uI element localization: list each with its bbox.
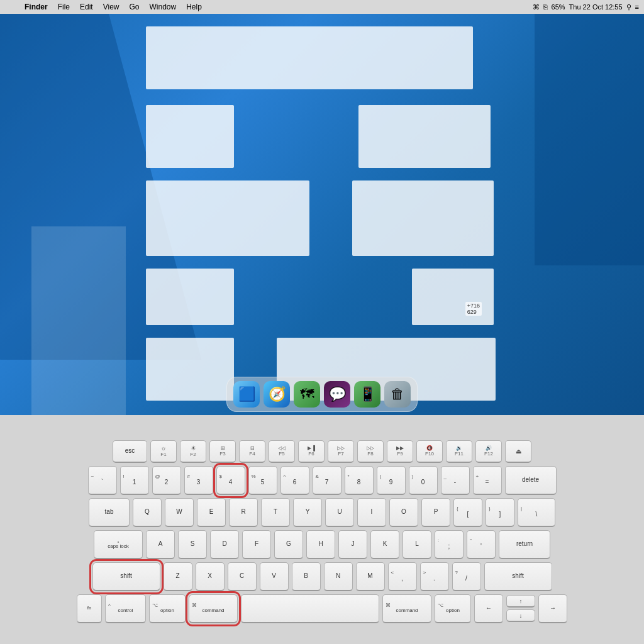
key-y[interactable]: Y <box>293 498 322 527</box>
menu-help[interactable]: Help <box>182 1 206 13</box>
key-k[interactable]: K <box>370 530 399 559</box>
menu-window[interactable]: Window <box>145 1 181 13</box>
key-x[interactable]: X <box>196 562 225 591</box>
key-backslash[interactable]: |\ <box>518 498 555 527</box>
key-shift-left[interactable]: shift <box>92 562 160 591</box>
dock-trash[interactable]: 🗑 <box>384 381 411 408</box>
key-o[interactable]: O <box>389 498 418 527</box>
key-7[interactable]: &7 <box>313 466 341 495</box>
key-f9[interactable]: ▶▶F9 <box>387 440 413 463</box>
key-i[interactable]: I <box>357 498 386 527</box>
dock-safari[interactable]: 🧭 <box>264 381 290 408</box>
dock-maps[interactable]: 🗺 <box>294 381 320 408</box>
key-f3[interactable]: ⊞F3 <box>209 440 236 463</box>
key-slash[interactable]: ?/ <box>452 562 481 591</box>
key-1[interactable]: !1 <box>120 466 149 495</box>
key-z[interactable]: Z <box>164 562 192 591</box>
key-u[interactable]: U <box>325 498 354 527</box>
key-q[interactable]: Q <box>133 498 162 527</box>
key-m[interactable]: M <box>356 562 385 591</box>
key-f4[interactable]: ⊟F4 <box>239 440 265 463</box>
number-key-row: ~` !1 @2 #3 $4 %5 ^6 &7 *8 (9 )0 <box>88 466 557 495</box>
key-f8[interactable]: ▷▷F8 <box>357 440 384 463</box>
key-d[interactable]: D <box>210 530 239 559</box>
key-a[interactable]: A <box>146 530 175 559</box>
key-semicolon[interactable]: :; <box>435 530 464 559</box>
key-arrow-left[interactable]: ← <box>474 594 503 623</box>
dock: 🟦 🧭 🗺 💬 📱 🗑 <box>226 377 418 412</box>
key-arrow-down[interactable]: ↓ <box>506 609 535 622</box>
key-5[interactable]: %5 <box>248 466 277 495</box>
menu-file[interactable]: File <box>53 1 74 13</box>
key-j[interactable]: J <box>338 530 367 559</box>
key-f2[interactable]: ☀F2 <box>180 440 206 463</box>
key-9[interactable]: (9 <box>377 466 406 495</box>
search-icon[interactable]: ⚲ <box>626 3 631 11</box>
key-2[interactable]: @2 <box>152 466 181 495</box>
bluetooth-icon[interactable]: ⎘ <box>543 3 548 11</box>
key-command-left[interactable]: ⌘ command <box>189 594 238 623</box>
key-f10[interactable]: 🔇F10 <box>416 440 443 463</box>
key-c[interactable]: C <box>228 562 257 591</box>
key-eject[interactable]: ⏏ <box>505 440 531 463</box>
key-control-left[interactable]: ^ control <box>105 594 146 623</box>
wifi-icon[interactable]: ⌘ <box>533 3 540 11</box>
key-r[interactable]: R <box>229 498 258 527</box>
key-period[interactable]: >. <box>420 562 449 591</box>
key-f12[interactable]: 🔊F12 <box>475 440 502 463</box>
key-l[interactable]: L <box>402 530 431 559</box>
key-command-right[interactable]: ⌘ command <box>382 594 431 623</box>
app-name[interactable]: Finder <box>20 1 52 13</box>
key-minus[interactable]: _- <box>441 466 470 495</box>
key-8[interactable]: *8 <box>345 466 374 495</box>
apple-menu[interactable] <box>5 6 14 8</box>
key-0[interactable]: )0 <box>409 466 438 495</box>
key-b[interactable]: B <box>292 562 321 591</box>
menu-view[interactable]: View <box>99 1 124 13</box>
key-w[interactable]: W <box>165 498 194 527</box>
key-backtick[interactable]: ~` <box>88 466 117 495</box>
dock-phone[interactable]: 📱 <box>354 381 380 408</box>
menu-edit[interactable]: Edit <box>75 1 97 13</box>
key-n[interactable]: N <box>324 562 353 591</box>
key-6[interactable]: ^6 <box>280 466 309 495</box>
key-f6[interactable]: ▶▐F6 <box>298 440 325 463</box>
key-f11[interactable]: 🔉F11 <box>446 440 472 463</box>
dock-slack[interactable]: 💬 <box>324 381 350 408</box>
key-bracket-l[interactable]: {[ <box>453 498 482 527</box>
key-f7[interactable]: ▷▷F7 <box>328 440 354 463</box>
key-h[interactable]: H <box>306 530 335 559</box>
key-arrow-right[interactable]: → <box>538 594 567 623</box>
key-shift-right[interactable]: shift <box>484 562 552 591</box>
key-arrow-up[interactable]: ↑ <box>506 595 535 608</box>
control-center-icon[interactable]: ≡ <box>635 3 639 11</box>
key-s[interactable]: S <box>178 530 207 559</box>
key-g[interactable]: G <box>274 530 303 559</box>
key-delete[interactable]: delete <box>505 466 557 495</box>
key-e[interactable]: E <box>197 498 226 527</box>
key-fn[interactable]: fn <box>77 594 102 623</box>
key-tab[interactable]: tab <box>89 498 130 527</box>
key-4[interactable]: $4 <box>216 466 245 495</box>
key-p[interactable]: P <box>421 498 450 527</box>
key-option-right[interactable]: ⌥ option <box>435 594 471 623</box>
key-equals[interactable]: += <box>473 466 502 495</box>
key-quote[interactable]: "' <box>467 530 496 559</box>
key-esc[interactable]: esc <box>113 440 147 463</box>
key-v[interactable]: V <box>260 562 289 591</box>
key-comma[interactable]: <, <box>388 562 417 591</box>
menu-go[interactable]: Go <box>125 1 144 13</box>
key-f5[interactable]: ◁◁F5 <box>269 440 295 463</box>
keyboard: esc ☼F1 ☀F2 ⊞F3 ⊟F4 ◁◁F5 ▶▐F6 ▷▷F7 ▷▷F8 … <box>0 415 644 644</box>
key-f1[interactable]: ☼F1 <box>150 440 177 463</box>
key-space[interactable] <box>241 594 379 623</box>
key-f[interactable]: F <box>242 530 271 559</box>
key-t[interactable]: T <box>261 498 290 527</box>
key-caps-lock[interactable]: • caps lock <box>94 530 143 559</box>
key-option-left[interactable]: ⌥ option <box>149 594 186 623</box>
key-return[interactable]: return <box>499 530 550 559</box>
key-3[interactable]: #3 <box>184 466 213 495</box>
key-bracket-r[interactable]: }] <box>486 498 514 527</box>
menu-bar: Finder File Edit View Go Window Help ⌘ ⎘… <box>0 0 644 14</box>
dock-finder[interactable]: 🟦 <box>233 381 260 408</box>
